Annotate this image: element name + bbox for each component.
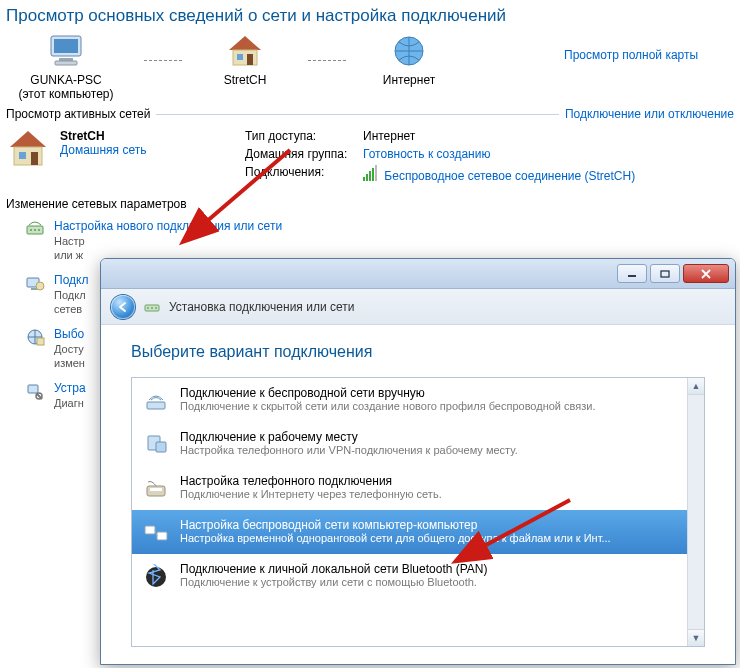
option-desc: Подключение к устройству или сети с помо… xyxy=(180,576,488,588)
map-internet-label: Интернет xyxy=(364,73,454,87)
task-desc: Диагн xyxy=(54,395,86,409)
svg-rect-22 xyxy=(28,385,38,393)
wizard-header-text: Установка подключения или сети xyxy=(169,300,354,314)
connect-disconnect-link[interactable]: Подключение или отключение xyxy=(565,107,734,121)
wizard-body: Выберите вариант подключения Подключение… xyxy=(101,325,735,664)
svg-point-27 xyxy=(147,307,149,309)
scrollbar[interactable]: ▲ ▼ xyxy=(687,378,704,646)
svg-point-16 xyxy=(38,229,40,231)
connections-label: Подключения: xyxy=(245,165,355,179)
globe-icon xyxy=(391,34,427,68)
change-settings-title: Изменение сетевых параметров xyxy=(0,183,740,213)
access-type-label: Тип доступа: xyxy=(245,129,355,143)
task-desc: Настр xyxy=(54,233,282,247)
active-network: StretCH Домашняя сеть Тип доступа: Интер… xyxy=(0,121,740,183)
svg-point-14 xyxy=(30,229,32,231)
option-icon xyxy=(142,474,170,502)
task-icon xyxy=(24,327,46,346)
svg-rect-12 xyxy=(31,152,38,165)
wizard-option[interactable]: Настройка телефонного подключенияПодключ… xyxy=(132,466,687,510)
svg-rect-24 xyxy=(628,275,636,277)
connection-link[interactable]: Беспроводное сетевое соединение (StretCH… xyxy=(384,169,635,183)
map-pc-name: GUNKA-PSC xyxy=(6,73,126,87)
svg-rect-35 xyxy=(145,526,155,534)
option-desc: Подключение к скрытой сети или создание … xyxy=(180,400,595,412)
network-type-link[interactable]: Домашняя сеть xyxy=(60,143,146,157)
svg-rect-30 xyxy=(147,402,165,409)
map-router: StretCH xyxy=(200,34,290,87)
back-button[interactable] xyxy=(111,295,135,319)
map-connector xyxy=(144,60,182,61)
active-networks-label: Просмотр активных сетей xyxy=(6,107,150,121)
task-link[interactable]: Выбо xyxy=(54,327,85,341)
svg-rect-21 xyxy=(37,338,44,345)
wizard-header: Установка подключения или сети xyxy=(101,289,735,325)
svg-point-29 xyxy=(155,307,157,309)
svg-point-28 xyxy=(151,307,153,309)
svg-rect-25 xyxy=(661,271,669,277)
task-link[interactable]: Подкл xyxy=(54,273,88,287)
map-router-name: StretCH xyxy=(200,73,290,87)
wizard-option[interactable]: Подключение к беспроводной сети вручнуюП… xyxy=(132,378,687,422)
minimize-button[interactable] xyxy=(617,264,647,283)
task-icon xyxy=(24,219,46,238)
map-pc-sub: (этот компьютер) xyxy=(6,87,126,101)
task-icon xyxy=(24,273,46,292)
option-icon xyxy=(142,562,170,590)
homegroup-link[interactable]: Готовность к созданию xyxy=(363,147,635,161)
wizard-window: Установка подключения или сети Выберите … xyxy=(100,258,736,665)
window-titlebar xyxy=(101,259,735,289)
option-desc: Настройка временной одноранговой сети дл… xyxy=(180,532,611,544)
svg-rect-32 xyxy=(156,442,166,452)
svg-rect-34 xyxy=(150,488,162,491)
option-title: Подключение к беспроводной сети вручную xyxy=(180,386,595,400)
option-icon xyxy=(142,430,170,458)
svg-rect-11 xyxy=(19,152,26,159)
scroll-down-button[interactable]: ▼ xyxy=(688,629,704,646)
maximize-button[interactable] xyxy=(650,264,680,283)
task-desc: Подкл xyxy=(54,287,88,301)
view-full-map-link[interactable]: Просмотр полной карты xyxy=(564,34,734,62)
task-desc: измен xyxy=(54,355,85,369)
wizard-option[interactable]: Настройка беспроводной сети компьютер-ко… xyxy=(132,510,687,554)
svg-point-19 xyxy=(36,282,44,290)
active-network-name: StretCH xyxy=(60,129,146,143)
task-link[interactable]: Устра xyxy=(54,381,86,395)
house-icon xyxy=(6,129,50,169)
svg-rect-5 xyxy=(233,50,257,65)
task-link[interactable]: Настройка нового подключения или сети xyxy=(54,219,282,233)
scroll-up-button[interactable]: ▲ xyxy=(688,378,704,395)
option-title: Настройка телефонного подключения xyxy=(180,474,442,488)
svg-rect-36 xyxy=(157,532,167,540)
options-listbox: Подключение к беспроводной сети вручнуюП… xyxy=(131,377,705,647)
svg-marker-9 xyxy=(10,131,46,147)
monitor-icon xyxy=(45,34,87,68)
network-map: GUNKA-PSC (этот компьютер) StretCH Интер… xyxy=(0,30,740,101)
map-internet: Интернет xyxy=(364,34,454,87)
svg-marker-4 xyxy=(229,36,261,50)
wizard-option[interactable]: Подключение к личной локальной сети Blue… xyxy=(132,554,687,598)
option-title: Подключение к рабочему месту xyxy=(180,430,518,444)
map-this-pc: GUNKA-PSC (этот компьютер) xyxy=(6,34,126,101)
close-button[interactable] xyxy=(683,264,729,283)
svg-rect-7 xyxy=(247,54,253,65)
svg-rect-1 xyxy=(54,39,78,53)
task-icon xyxy=(24,381,46,400)
page-title: Просмотр основных сведений о сети и наст… xyxy=(0,0,740,30)
svg-point-37 xyxy=(146,567,166,587)
option-title: Настройка беспроводной сети компьютер-ко… xyxy=(180,518,611,532)
svg-rect-6 xyxy=(237,54,243,60)
option-icon xyxy=(142,518,170,546)
active-networks-header: Просмотр активных сетей Подключение или … xyxy=(0,107,740,121)
house-icon xyxy=(225,34,265,68)
svg-point-15 xyxy=(34,229,36,231)
network-device-icon xyxy=(143,299,161,315)
option-desc: Настройка телефонного или VPN-подключени… xyxy=(180,444,518,456)
svg-rect-3 xyxy=(55,61,77,65)
access-type-value: Интернет xyxy=(363,129,635,143)
option-desc: Подключение к Интернету через телефонную… xyxy=(180,488,442,500)
wizard-title: Выберите вариант подключения xyxy=(131,343,705,361)
wizard-option[interactable]: Подключение к рабочему местуНастройка те… xyxy=(132,422,687,466)
task-desc: Досту xyxy=(54,341,85,355)
option-title: Подключение к личной локальной сети Blue… xyxy=(180,562,488,576)
